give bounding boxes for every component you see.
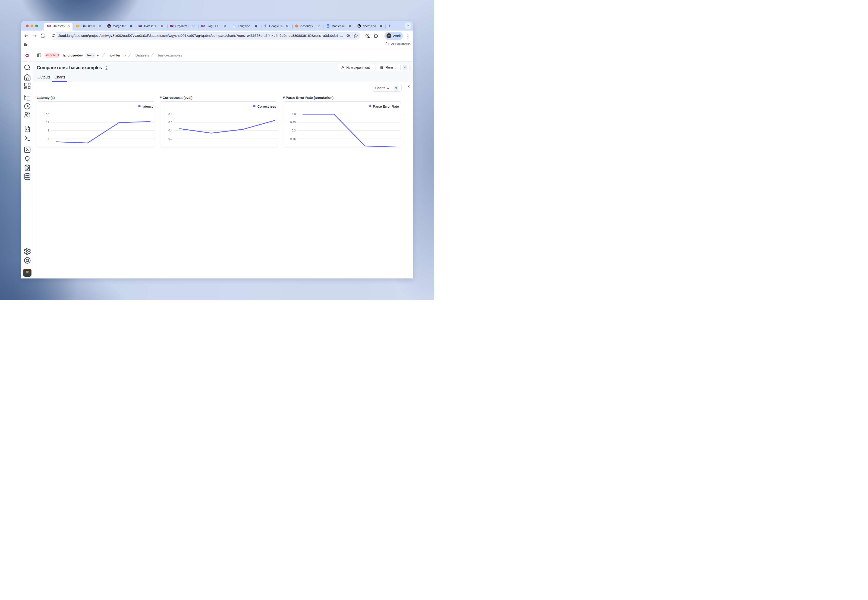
svg-text:0.4: 0.4 [168,129,172,132]
svg-text:0.8: 0.8 [168,113,172,116]
svg-text:8: 8 [48,129,49,132]
svg-text:0.15: 0.15 [290,137,296,141]
svg-text:0.3: 0.3 [291,129,296,132]
svg-text:12: 12 [46,121,49,124]
svg-text:0.2: 0.2 [168,137,172,141]
svg-text:4: 4 [48,137,49,141]
svg-text:6: 6 [234,25,235,27]
svg-text:0.6: 0.6 [291,113,296,116]
svg-text:16: 16 [46,113,49,116]
svg-text:0.6: 0.6 [168,121,172,124]
svg-text:0.45: 0.45 [290,121,296,124]
